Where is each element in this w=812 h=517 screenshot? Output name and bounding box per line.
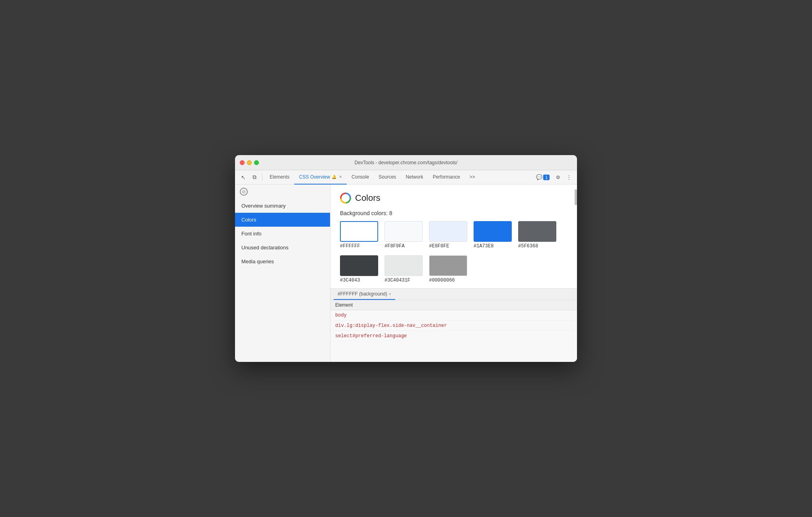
- traffic-lights: [240, 160, 259, 165]
- main-area: ⊘ Overview summary Colors Font info Unus…: [235, 185, 577, 362]
- color-item-1a73e8: #1A73E8: [474, 221, 512, 249]
- maximize-button[interactable]: [254, 160, 259, 165]
- content-top: Colors Background colors: 8 #FFFFFF: [330, 185, 577, 288]
- color-item-5f6368: #5F6368: [518, 221, 556, 249]
- color-swatch-e8f0fe[interactable]: [429, 221, 467, 242]
- no-entry-icon: ⊘: [240, 188, 248, 196]
- color-item-f8f9fa: #F8F9FA: [385, 221, 423, 249]
- bottom-tab-bar: #FFFFFF (background) ×: [330, 289, 577, 300]
- section-title: Colors: [355, 193, 381, 203]
- tab-network[interactable]: Network: [401, 170, 428, 185]
- tab-sources[interactable]: Sources: [374, 170, 401, 185]
- sidebar-item-media-queries[interactable]: Media queries: [235, 255, 330, 268]
- table-header-element: Element: [330, 300, 577, 310]
- table-row: select#preferred-language: [330, 331, 577, 341]
- bottom-tab-close-icon[interactable]: ×: [389, 292, 391, 296]
- color-label-3c40431f: #3C40431F: [385, 278, 410, 283]
- bottom-tab-ffffff[interactable]: #FFFFFF (background) ×: [334, 289, 395, 300]
- minimize-button[interactable]: [247, 160, 252, 165]
- element-select[interactable]: select#preferred-language: [335, 333, 407, 339]
- bottom-panel: #FFFFFF (background) × Element body: [330, 288, 577, 362]
- color-item-3c4043: #3C4043: [340, 255, 378, 283]
- tab-css-overview[interactable]: CSS Overview 🔔 ✕: [294, 170, 347, 185]
- element-body[interactable]: body: [335, 313, 347, 318]
- color-label-5f6368: #5F6368: [518, 243, 538, 249]
- tab-more[interactable]: >>: [465, 170, 480, 185]
- sidebar-item-unused-declarations[interactable]: Unused declarations: [235, 241, 330, 255]
- section-header: Colors: [340, 192, 567, 204]
- dots-icon: ⋮: [567, 175, 571, 180]
- color-item-ffffff: #FFFFFF: [340, 221, 378, 249]
- window-title: DevTools - developer.chrome.com/tags/dev…: [355, 160, 458, 165]
- elements-table: Element body div.lg:display-flex.side-na…: [330, 300, 577, 341]
- color-swatch-3c40431f[interactable]: [385, 255, 423, 276]
- color-swatch-1a73e8[interactable]: [474, 221, 512, 242]
- sidebar: ⊘ Overview summary Colors Font info Unus…: [235, 185, 330, 362]
- color-label-ffffff: #FFFFFF: [340, 243, 360, 249]
- color-item-00000066: #00000066: [429, 255, 467, 283]
- color-swatch-3c4043[interactable]: [340, 255, 378, 276]
- tab-elements[interactable]: Elements: [265, 170, 294, 185]
- more-button[interactable]: ⋮: [564, 174, 574, 181]
- table-row: body: [330, 310, 577, 321]
- feedback-button[interactable]: 💬 1: [534, 173, 552, 181]
- tab-close-icon[interactable]: ✕: [339, 175, 342, 179]
- color-swatch-5f6368[interactable]: [518, 221, 556, 242]
- color-swatch-ffffff[interactable]: [340, 221, 378, 242]
- tab-console[interactable]: Console: [347, 170, 374, 185]
- content-wrapper: Colors Background colors: 8 #FFFFFF: [330, 185, 577, 288]
- title-bar: DevTools - developer.chrome.com/tags/dev…: [235, 155, 577, 170]
- sidebar-item-font-info[interactable]: Font info: [235, 227, 330, 241]
- color-label-00000066: #00000066: [429, 278, 455, 283]
- background-colors-label: Background colors: 8: [340, 210, 567, 216]
- color-swatch-00000066[interactable]: [429, 255, 467, 276]
- gear-icon: ⚙: [556, 175, 560, 180]
- toolbar-right: 💬 1 ⚙ ⋮: [534, 173, 574, 181]
- content-panel: Colors Background colors: 8 #FFFFFF: [330, 185, 577, 362]
- sidebar-item-colors[interactable]: Colors: [235, 213, 330, 227]
- color-grid: #FFFFFF #F8F9FA #E8F0FE: [340, 221, 567, 249]
- settings-button[interactable]: ⚙: [554, 174, 563, 181]
- sidebar-icon-row: ⊘: [235, 185, 330, 199]
- sidebar-item-overview-summary[interactable]: Overview summary: [235, 199, 330, 213]
- scrollbar-track[interactable]: [574, 185, 577, 288]
- color-label-3c4043: #3C4043: [340, 278, 360, 283]
- google-icon: [340, 192, 351, 204]
- toolbar-separator: [262, 174, 262, 181]
- close-button[interactable]: [240, 160, 245, 165]
- tab-bar: Elements CSS Overview 🔔 ✕ Console Source…: [265, 170, 533, 185]
- layers-icon[interactable]: ⧉: [249, 172, 260, 183]
- table-row: div.lg:display-flex.side-nav__container: [330, 321, 577, 331]
- color-label-1a73e8: #1A73E8: [474, 243, 493, 249]
- color-grid-row2: #3C4043 #3C40431F #00000066: [340, 255, 567, 283]
- tab-performance[interactable]: Performance: [428, 170, 465, 185]
- devtools-window: DevTools - developer.chrome.com/tags/dev…: [235, 155, 577, 362]
- toolbar: ↖ ⧉ Elements CSS Overview 🔔 ✕ Console So…: [235, 170, 577, 185]
- color-label-e8f0fe: #E8F0FE: [429, 243, 449, 249]
- cursor-icon[interactable]: ↖: [238, 172, 249, 183]
- color-label-f8f9fa: #F8F9FA: [385, 243, 404, 249]
- color-item-e8f0fe: #E8F0FE: [429, 221, 467, 249]
- color-item-3c40431f: #3C40431F: [385, 255, 423, 283]
- color-swatch-f8f9fa[interactable]: [385, 221, 423, 242]
- scrollbar-thumb[interactable]: [575, 189, 577, 205]
- bell-icon: 🔔: [332, 175, 336, 179]
- chat-icon: 💬: [536, 174, 542, 180]
- element-div[interactable]: div.lg:display-flex.side-nav__container: [335, 323, 447, 328]
